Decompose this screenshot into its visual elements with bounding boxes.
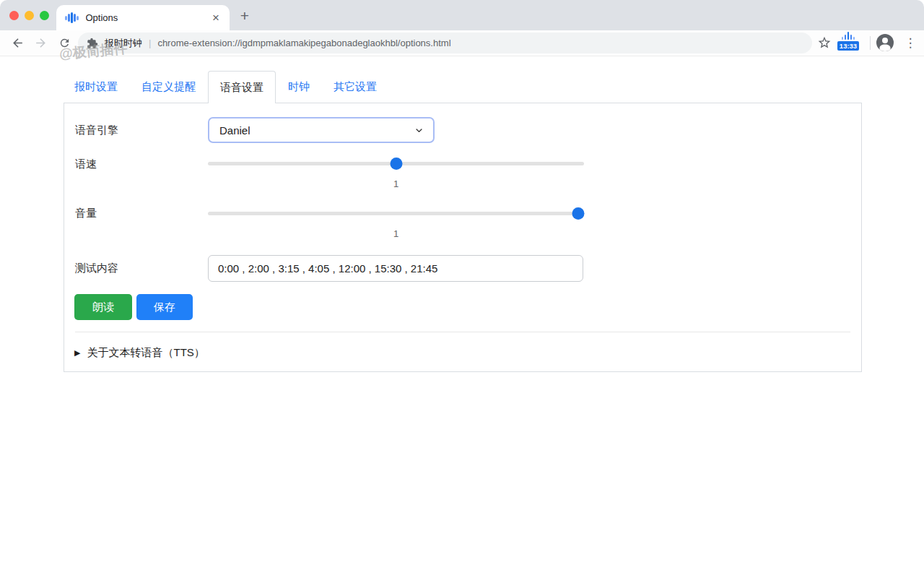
read-aloud-button[interactable]: 朗读 [74, 294, 132, 320]
slider-thumb[interactable] [390, 158, 402, 170]
extension-name-label: 报时时钟 [105, 37, 142, 50]
profile-avatar[interactable] [876, 34, 894, 51]
window-controls [9, 11, 49, 20]
browser-menu-button[interactable]: ⋮ [902, 34, 918, 51]
speech-rate-label: 语速 [75, 157, 97, 171]
slider-thumb[interactable] [572, 207, 585, 220]
voice-engine-select[interactable]: Daniel [208, 117, 435, 143]
window-minimize-button[interactable] [25, 11, 34, 20]
speech-rate-slider[interactable] [208, 156, 584, 171]
speech-rate-value: 1 [208, 178, 584, 189]
person-icon [876, 34, 894, 51]
tab-other-settings[interactable]: 其它设置 [334, 71, 377, 103]
clock-extension-toolbar-button[interactable]: 13:33 [837, 32, 859, 52]
star-outline-icon [817, 35, 832, 50]
settings-tab-bar: 报时设置 自定义提醒 语音设置 时钟 其它设置 [74, 71, 401, 103]
address-bar[interactable]: 报时时钟 | chrome-extension://igdmpmaklamaki… [78, 33, 812, 53]
back-button[interactable] [9, 34, 26, 51]
equalizer-bars-icon [837, 32, 859, 40]
tab-close-icon[interactable]: × [211, 12, 221, 24]
browser-window: Options × + 报时时钟 | chrome-extension://ig… [0, 0, 924, 578]
extension-puzzle-icon[interactable] [87, 38, 98, 49]
volume-slider[interactable] [208, 206, 584, 220]
voice-engine-label: 语音引擎 [75, 123, 118, 137]
url-text: chrome-extension://igdmpmaklamakipegabon… [157, 38, 803, 48]
voice-engine-value: Daniel [219, 124, 414, 137]
window-close-button[interactable] [9, 11, 19, 20]
about-tts-disclosure[interactable]: ▶ 关于文本转语音（TTS） [74, 346, 205, 360]
test-content-input[interactable] [208, 255, 583, 282]
reload-icon [58, 37, 71, 49]
disclosure-triangle-icon: ▶ [74, 348, 80, 358]
slider-track[interactable] [208, 212, 584, 215]
new-tab-button[interactable]: + [235, 7, 254, 25]
back-arrow-icon [11, 36, 25, 50]
forward-button[interactable] [32, 34, 49, 51]
options-page: 报时设置 自定义提醒 语音设置 时钟 其它设置 语音引擎 Daniel 语速 1… [0, 57, 924, 578]
forward-arrow-icon [34, 36, 48, 50]
reload-button[interactable] [56, 34, 73, 51]
tab-custom-reminder[interactable]: 自定义提醒 [141, 71, 196, 103]
tab-clock[interactable]: 时钟 [288, 71, 310, 103]
window-zoom-button[interactable] [40, 11, 49, 20]
panel-divider [75, 332, 850, 332]
volume-label: 音量 [75, 206, 97, 220]
about-tts-label: 关于文本转语音（TTS） [87, 346, 204, 360]
save-button[interactable]: 保存 [136, 294, 193, 320]
browser-tab-options[interactable]: Options × [56, 5, 230, 30]
tab-strip: Options × + [0, 0, 924, 30]
bookmark-star-button[interactable] [817, 35, 832, 50]
toolbar-divider [870, 36, 871, 50]
extension-time-badge: 13:33 [837, 41, 859, 51]
tab-voice-settings[interactable]: 语音设置 [208, 71, 276, 103]
waveform-favicon-icon [65, 12, 79, 24]
voice-settings-panel: 语音引擎 Daniel 语速 1 音量 1 测试内容 朗读 保存 [64, 103, 862, 372]
test-content-label: 测试内容 [75, 261, 118, 275]
volume-value: 1 [208, 228, 584, 239]
tab-chime-settings[interactable]: 报时设置 [74, 71, 118, 103]
chevron-down-icon [414, 125, 424, 136]
url-separator: | [149, 38, 151, 48]
tab-title: Options [86, 12, 212, 23]
